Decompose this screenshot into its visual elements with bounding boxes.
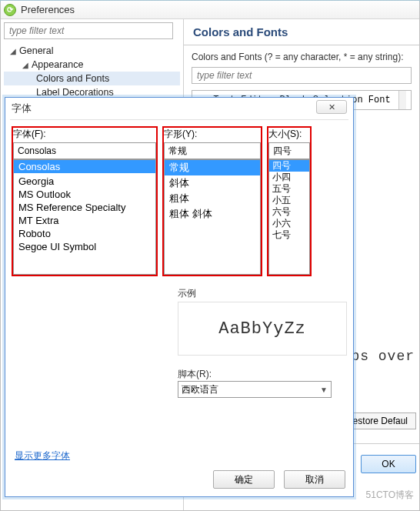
sample-preview: AaBbYyZz [178,302,347,356]
sample-label: 示例 [178,287,347,300]
font-style-group: 字形(Y): 常规 斜体 粗体 粗体 斜体 [162,126,262,276]
script-group: 脚本(R): 西欧语言 ▼ [178,368,347,398]
list-item[interactable]: 五号 [269,183,309,195]
list-item[interactable]: 六号 [269,206,309,218]
list-item[interactable]: MS Outlook [14,188,155,201]
font-dialog: 字体 ✕ 字体(F): Consolas Georgia MS Outlook … [5,97,354,497]
tree-item-general[interactable]: ◢General [4,44,180,58]
font-dialog-titlebar: 字体 ✕ [5,98,353,119]
preferences-tree[interactable]: ◢General ◢Appearance Colors and Fonts La… [4,44,180,99]
list-item[interactable]: Consolas [14,160,155,173]
font-family-group: 字体(F): Consolas Georgia MS Outlook MS Re… [12,126,158,276]
sample-group: 示例 AaBbYyZz [178,287,347,356]
list-item[interactable]: 粗体 [165,191,260,206]
app-icon: ⟳ [4,4,16,16]
ok-button[interactable]: OK [361,455,416,473]
tree-filter-input[interactable] [4,22,173,39]
more-fonts-link[interactable]: 显示更多字体 [15,449,70,463]
list-item[interactable]: 小四 [269,172,309,183]
tree-label: General [19,45,53,56]
font-family-input[interactable] [13,142,156,159]
tree-label: Appearance [32,59,83,70]
chevron-down-icon: ▼ [320,386,328,394]
list-item[interactable]: 小六 [269,218,309,229]
font-family-list[interactable]: Consolas Georgia MS Outlook MS Reference… [13,159,156,275]
tree-item-appearance[interactable]: ◢Appearance [4,58,180,72]
tree-item-colors-and-fonts[interactable]: Colors and Fonts [4,72,180,85]
list-item[interactable]: MS Reference Specialty [14,201,155,214]
close-icon: ✕ [328,102,335,112]
window-title: Preferences [21,4,75,15]
font-family-label: 字体(F): [13,128,156,141]
font-dialog-title: 字体 [12,102,32,115]
list-item[interactable]: 四号 [269,160,309,172]
preferences-titlebar: ⟳ Preferences [1,1,419,19]
confirm-button[interactable]: 确定 [213,470,275,489]
watermark: 51CTO博客 [366,489,414,502]
script-select[interactable]: 西欧语言 ▼ [178,381,332,398]
list-item[interactable]: Roboto [14,227,155,240]
script-value: 西欧语言 [182,383,218,396]
scrollbar-icon[interactable] [398,91,406,109]
arrow-down-icon: ◢ [22,61,30,69]
list-item[interactable]: 七号 [269,229,309,241]
list-item[interactable]: Georgia [14,175,155,188]
list-item[interactable]: 粗体 斜体 [165,206,260,222]
page-description: Colors and Fonts (? = any character, * =… [192,52,412,62]
script-label: 脚本(R): [178,368,347,381]
font-style-input[interactable] [164,142,261,159]
list-item[interactable]: 斜体 [165,175,260,191]
font-size-label: 大小(S): [268,128,310,141]
cancel-button[interactable]: 取消 [284,470,345,489]
page-title: Colors and Fonts [193,25,412,38]
font-style-label: 字形(Y): [164,128,261,141]
tree-label: Colors and Fonts [36,73,109,84]
list-item[interactable]: Segoe UI Symbol [14,240,155,253]
tree-label: Label Decorations [36,87,114,98]
list-item[interactable]: 小五 [269,195,309,206]
font-size-group: 大小(S): 四号 小四 五号 小五 六号 小六 七号 [267,126,312,276]
close-button[interactable]: ✕ [316,100,347,114]
arrow-down-icon: ◢ [10,47,18,55]
list-item[interactable]: 常规 [165,160,260,175]
font-size-list[interactable]: 四号 小四 五号 小五 六号 小六 七号 [268,159,310,275]
font-size-input[interactable] [268,142,310,159]
font-style-list[interactable]: 常规 斜体 粗体 粗体 斜体 [164,159,261,275]
list-item[interactable]: MT Extra [14,214,155,227]
fonts-filter-input[interactable] [192,67,412,84]
